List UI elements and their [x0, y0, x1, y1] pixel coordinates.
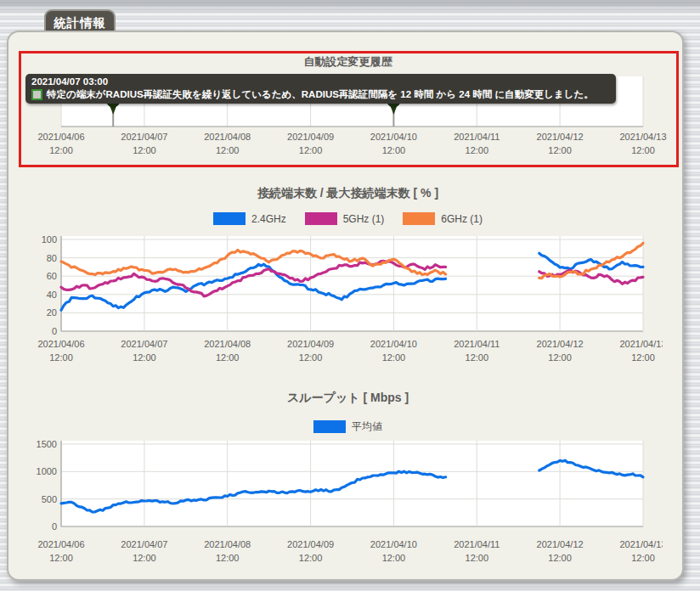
event-tooltip-message: 特定の端末がRADIUS再認証失敗を繰り返しているため、RADIUS再認証間隔を…: [47, 88, 594, 101]
x-tick-date: 2021/04/10: [370, 539, 417, 549]
y-tick-label: 60: [47, 271, 57, 281]
x-tick-date: 2021/04/07: [121, 339, 167, 349]
x-tick-date: 2021/04/06: [37, 339, 84, 349]
clients-chart-title: 接続端末数 / 最大接続端末数 [ % ]: [19, 186, 677, 201]
x-tick-time: 12:00: [49, 553, 73, 563]
event-tooltip-message-row: 特定の端末がRADIUS再認証失敗を繰り返しているため、RADIUS再認証間隔を…: [31, 88, 610, 101]
event-history-title: 自動設定変更履歴: [19, 54, 677, 70]
x-tick-time: 12:00: [49, 352, 73, 363]
legend-label: 5GHz (1): [343, 213, 385, 225]
x-tick-time: 12:00: [548, 352, 572, 363]
x-tick-date: 2021/04/07: [121, 132, 167, 142]
x-tick-time: 12:00: [49, 145, 73, 155]
x-tick-time: 12:00: [631, 553, 655, 563]
x-tick-time: 12:00: [133, 352, 156, 363]
legend-swatch-icon: [403, 212, 435, 225]
x-tick-date: 2021/04/13: [619, 339, 663, 349]
x-tick-date: 2021/04/10: [370, 339, 417, 349]
x-tick-date: 2021/04/09: [287, 339, 334, 349]
x-tick-date: 2021/04/13: [619, 132, 666, 142]
x-tick-date: 2021/04/13: [619, 539, 663, 549]
x-tick-time: 12:00: [133, 553, 156, 563]
x-tick-time: 12:00: [299, 352, 323, 363]
event-tooltip-timestamp: 2021/04/07 03:00: [31, 76, 610, 88]
x-tick-time: 12:00: [382, 352, 406, 363]
throughput-chart-legend: 平均値: [19, 419, 677, 434]
x-tick-date: 2021/04/12: [537, 132, 584, 142]
x-tick-date: 2021/04/08: [204, 539, 251, 549]
x-tick-time: 12:00: [216, 352, 240, 363]
y-tick-label: 500: [42, 494, 57, 504]
legend-item[interactable]: 6GHz (1): [403, 212, 483, 225]
legend-item[interactable]: 2.4GHz: [213, 212, 286, 225]
x-tick-time: 12:00: [466, 553, 489, 563]
x-tick-time: 12:00: [548, 553, 572, 563]
x-tick-time: 12:00: [382, 553, 406, 563]
y-tick-label: 1500: [37, 439, 57, 449]
x-tick-time: 12:00: [216, 553, 240, 563]
x-tick-date: 2021/04/08: [204, 339, 251, 349]
x-tick-time: 12:00: [631, 145, 655, 155]
y-tick-label: 1000: [37, 466, 57, 476]
legend-item[interactable]: 平均値: [313, 419, 382, 434]
legend-label: 6GHz (1): [441, 213, 483, 225]
y-tick-label: 100: [42, 234, 57, 245]
x-tick-date: 2021/04/09: [287, 132, 334, 142]
clients-chart-legend: 2.4GHz5GHz (1)6GHz (1): [19, 212, 677, 225]
x-tick-date: 2021/04/10: [370, 132, 417, 142]
y-tick-label: 0: [52, 521, 57, 532]
x-tick-date: 2021/04/08: [204, 132, 251, 142]
throughput-chart[interactable]: 0500100015002021/04/0612:002021/04/0712:…: [25, 438, 663, 566]
x-tick-time: 12:00: [299, 145, 323, 155]
x-tick-time: 12:00: [466, 145, 489, 155]
x-tick-date: 2021/04/09: [287, 539, 334, 549]
x-tick-date: 2021/04/12: [537, 339, 584, 349]
legend-label: 平均値: [352, 419, 382, 434]
x-tick-date: 2021/04/06: [37, 539, 84, 549]
y-tick-label: 20: [47, 307, 57, 318]
x-tick-time: 12:00: [631, 352, 655, 363]
x-tick-time: 12:00: [466, 352, 489, 363]
x-tick-time: 12:00: [548, 145, 572, 155]
y-tick-label: 80: [47, 253, 57, 263]
x-tick-date: 2021/04/11: [454, 132, 500, 142]
x-tick-time: 12:00: [382, 145, 406, 155]
legend-label: 2.4GHz: [251, 213, 286, 225]
x-tick-date: 2021/04/12: [537, 539, 584, 549]
legend-item[interactable]: 5GHz (1): [305, 212, 385, 225]
legend-swatch-icon: [313, 420, 346, 433]
event-legend-square-icon: [31, 89, 42, 100]
x-tick-date: 2021/04/07: [121, 539, 167, 549]
x-tick-time: 12:00: [299, 553, 323, 563]
y-tick-label: 0: [52, 326, 57, 336]
x-tick-time: 12:00: [216, 145, 240, 155]
plot-area: [61, 236, 643, 331]
statistics-page: 統計情報 自動設定変更履歴 2021/04/0612:002021/04/071…: [0, 0, 700, 591]
legend-swatch-icon: [305, 212, 337, 225]
x-tick-date: 2021/04/06: [37, 132, 84, 142]
x-tick-time: 12:00: [133, 145, 156, 155]
event-tooltip: 2021/04/07 03:00 特定の端末がRADIUS再認証失敗を繰り返して…: [25, 74, 616, 104]
legend-swatch-icon: [213, 212, 246, 225]
x-tick-date: 2021/04/11: [454, 539, 500, 549]
y-tick-label: 40: [47, 290, 57, 300]
throughput-chart-title: スループット [ Mbps ]: [19, 391, 677, 406]
clients-chart[interactable]: 0204060801002021/04/0612:002021/04/0712:…: [25, 234, 663, 366]
x-tick-date: 2021/04/11: [454, 339, 500, 349]
